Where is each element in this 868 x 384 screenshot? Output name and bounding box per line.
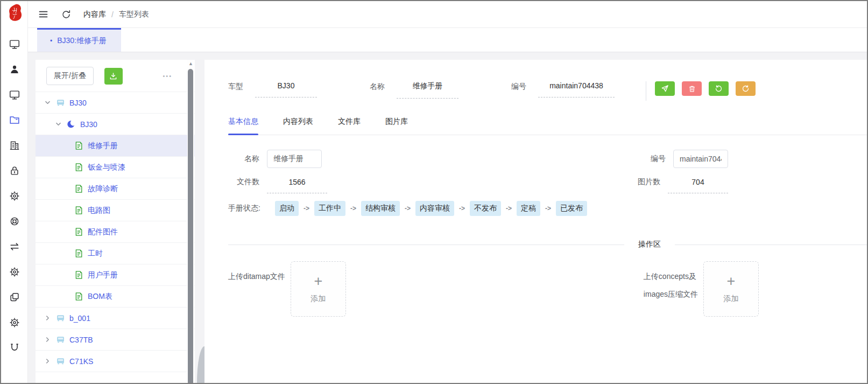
detail-tab[interactable]: 文件库	[338, 117, 361, 135]
tree-toolbar: 展开/折叠 •••	[36, 60, 195, 92]
monitor-icon[interactable]	[9, 31, 20, 57]
manual-detail-panel: 车型 BJ30 名称 维修手册 编号 maintain704438	[204, 60, 867, 383]
gear-icon[interactable]	[9, 310, 20, 335]
form-row-name-code: 名称 编号	[228, 150, 728, 168]
summary-value: BJ30	[255, 81, 317, 97]
chevron-down-icon[interactable]	[44, 99, 52, 107]
scroll-up-arrow-icon[interactable]: ▲	[188, 61, 193, 66]
refresh-icon[interactable]	[61, 9, 72, 20]
tree-item[interactable]: BOM表	[36, 286, 195, 308]
gear-icon[interactable]	[9, 259, 20, 284]
code-input[interactable]	[673, 150, 728, 168]
chevron-right-icon[interactable]	[44, 315, 52, 322]
doc-icon	[74, 141, 84, 151]
breadcrumb-item-model-list[interactable]: 车型列表	[119, 10, 149, 19]
expand-collapse-button[interactable]: 展开/折叠	[46, 67, 94, 85]
chevron-right-icon[interactable]	[44, 336, 52, 344]
breadcrumb-item-content-library[interactable]: 内容库	[83, 10, 106, 19]
file-count-value: 1566	[267, 178, 327, 193]
red-seal-logo[interactable]	[5, 4, 24, 26]
code-label: 编号	[634, 154, 666, 164]
redo-button[interactable]	[736, 81, 756, 96]
open-tab-label: BJ30:维修手册	[57, 36, 107, 46]
tree-item[interactable]: C37TB	[36, 329, 195, 351]
tree-item[interactable]: BJ30	[36, 92, 195, 114]
tree-item[interactable]: 工时	[36, 243, 195, 264]
name-input[interactable]	[267, 150, 322, 168]
download-icon	[109, 72, 117, 80]
plus-icon: +	[727, 274, 736, 289]
summary-value: maintain704438	[538, 81, 615, 97]
tree-item[interactable]: C71KS	[36, 351, 195, 372]
lifebuoy-icon[interactable]	[9, 208, 20, 234]
folder-icon[interactable]	[9, 107, 20, 132]
status-arrow: ->	[405, 205, 411, 212]
open-tab-bj30-manual[interactable]: • BJ30:维修手册	[37, 28, 121, 52]
copy-icon[interactable]	[9, 284, 20, 310]
doc-icon	[74, 270, 84, 280]
tree-item-label: 配件图件	[88, 227, 118, 237]
delete-button[interactable]	[682, 81, 702, 96]
tree-item[interactable]: 用户手册	[36, 264, 195, 286]
detail-tab[interactable]: 内容列表	[283, 117, 313, 135]
content-area: 展开/折叠 ••• BJ30 BJ30 维修手册 钣金与喷漆	[28, 52, 867, 383]
model-tree-panel: 展开/折叠 ••• BJ30 BJ30 维修手册 钣金与喷漆	[36, 60, 195, 383]
page-curl-decoration	[197, 346, 204, 383]
building-icon[interactable]	[9, 132, 20, 158]
tree-item[interactable]: 维修手册	[36, 135, 195, 157]
status-step-badge: 内容审核	[415, 201, 454, 216]
tree-scrollbar[interactable]: ▲	[187, 60, 194, 383]
tree-item[interactable]: 钣金与喷漆	[36, 157, 195, 178]
tree-item-label: C37TB	[69, 336, 93, 344]
image-count-value: 704	[668, 178, 728, 193]
lock-icon[interactable]	[9, 158, 20, 183]
detail-tabs: 基本信息内容列表文件库图片库	[228, 117, 867, 135]
manual-status-row: 手册状态: 启动->工作中->结构审核->内容审核->不发布->定稿->已发布	[228, 201, 867, 216]
tree-item[interactable]: BJ30	[36, 114, 195, 135]
rail-icon-list	[9, 31, 20, 360]
tree-item[interactable]: 故障诊断	[36, 178, 195, 200]
chevron-right-icon[interactable]	[44, 358, 52, 365]
summary-row: 车型 BJ30 名称 维修手册 编号 maintain704438	[228, 81, 867, 104]
swap-icon[interactable]	[9, 234, 20, 259]
tree-item[interactable]: b_001	[36, 308, 195, 329]
upload-add-label: 添加	[724, 294, 739, 304]
gear-icon[interactable]	[9, 183, 20, 208]
screen-icon[interactable]	[9, 82, 20, 107]
name-label: 名称	[228, 154, 259, 164]
status-arrow: ->	[545, 205, 551, 212]
more-options-button[interactable]: •••	[163, 73, 172, 79]
breadcrumb-separator: /	[111, 10, 114, 19]
upload-dropzone[interactable]: + 添加	[703, 261, 759, 317]
summary-field: 车型 BJ30	[228, 81, 317, 97]
upload-dropzone[interactable]: + 添加	[291, 261, 346, 317]
undo-button[interactable]	[709, 81, 729, 96]
magnet-icon[interactable]	[9, 335, 20, 360]
tree-item-label: 钣金与喷漆	[88, 163, 125, 172]
doc-icon	[74, 163, 84, 172]
summary-label: 编号	[511, 81, 526, 92]
tree-list: BJ30 BJ30 维修手册 钣金与喷漆 故障诊断 电路图 配件图件 工时	[36, 92, 195, 372]
operation-area-divider: 操作区	[228, 240, 867, 249]
download-button[interactable]	[104, 68, 123, 85]
status-step-badge: 结构审核	[361, 201, 400, 216]
status-arrow: ->	[459, 205, 465, 212]
detail-tab[interactable]: 基本信息	[228, 117, 258, 135]
detail-tab[interactable]: 图片库	[385, 117, 408, 135]
image-count-label: 图片数	[629, 177, 660, 187]
user-icon[interactable]	[9, 57, 20, 82]
publish-button[interactable]	[655, 81, 675, 96]
doc-icon	[74, 227, 84, 237]
chevron-down-icon[interactable]	[55, 121, 62, 128]
tree-item[interactable]: 配件图件	[36, 221, 195, 243]
scrollbar-thumb[interactable]	[188, 69, 193, 383]
tree-item-label: 工时	[88, 249, 103, 259]
tree-item[interactable]: 电路图	[36, 200, 195, 221]
file-count-label: 文件数	[228, 177, 259, 187]
upload-label: 上传ditamap文件	[228, 268, 285, 285]
form-row-counts: 文件数 1566 图片数 704	[228, 177, 728, 187]
moon-icon	[67, 120, 76, 129]
collapse-menu-icon[interactable]	[38, 9, 49, 20]
summary-field: 编号 maintain704438	[511, 81, 615, 97]
status-step-badge: 已发布	[556, 201, 587, 216]
